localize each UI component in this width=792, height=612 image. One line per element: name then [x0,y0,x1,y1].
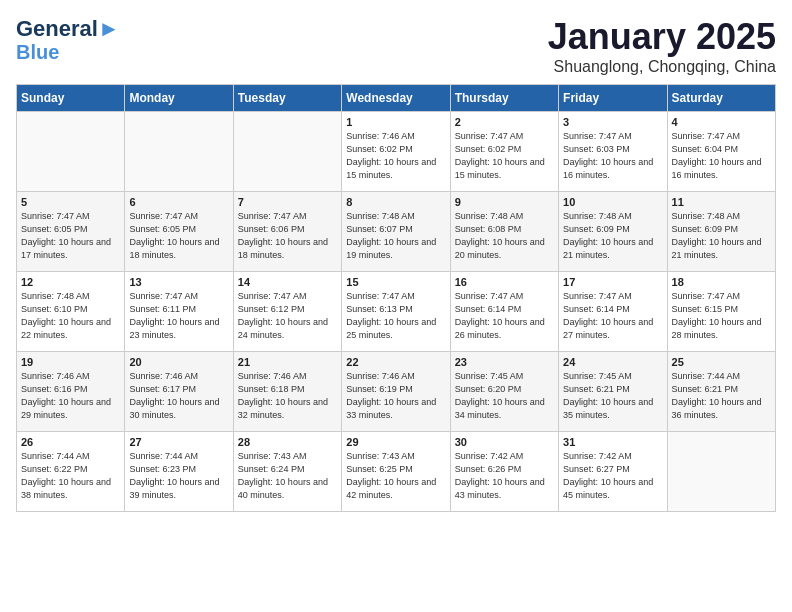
calendar-table: SundayMondayTuesdayWednesdayThursdayFrid… [16,84,776,512]
day-number: 26 [21,436,120,448]
day-info: Sunrise: 7:48 AM Sunset: 6:10 PM Dayligh… [21,290,120,342]
logo-blue: Blue [16,42,59,62]
weekday-friday: Friday [559,85,667,112]
week-row-4: 19Sunrise: 7:46 AM Sunset: 6:16 PM Dayli… [17,352,776,432]
calendar-cell: 11Sunrise: 7:48 AM Sunset: 6:09 PM Dayli… [667,192,775,272]
weekday-wednesday: Wednesday [342,85,450,112]
calendar-cell [667,432,775,512]
calendar-cell: 21Sunrise: 7:46 AM Sunset: 6:18 PM Dayli… [233,352,341,432]
weekday-monday: Monday [125,85,233,112]
day-number: 24 [563,356,662,368]
day-number: 21 [238,356,337,368]
calendar-cell: 18Sunrise: 7:47 AM Sunset: 6:15 PM Dayli… [667,272,775,352]
calendar-cell: 30Sunrise: 7:42 AM Sunset: 6:26 PM Dayli… [450,432,558,512]
calendar-cell: 26Sunrise: 7:44 AM Sunset: 6:22 PM Dayli… [17,432,125,512]
day-number: 25 [672,356,771,368]
weekday-saturday: Saturday [667,85,775,112]
day-info: Sunrise: 7:45 AM Sunset: 6:21 PM Dayligh… [563,370,662,422]
calendar-cell: 28Sunrise: 7:43 AM Sunset: 6:24 PM Dayli… [233,432,341,512]
calendar-cell: 12Sunrise: 7:48 AM Sunset: 6:10 PM Dayli… [17,272,125,352]
day-number: 10 [563,196,662,208]
day-info: Sunrise: 7:46 AM Sunset: 6:18 PM Dayligh… [238,370,337,422]
calendar-cell: 25Sunrise: 7:44 AM Sunset: 6:21 PM Dayli… [667,352,775,432]
week-row-1: 1Sunrise: 7:46 AM Sunset: 6:02 PM Daylig… [17,112,776,192]
calendar-cell: 8Sunrise: 7:48 AM Sunset: 6:07 PM Daylig… [342,192,450,272]
calendar-subtitle: Shuanglong, Chongqing, China [548,58,776,76]
day-info: Sunrise: 7:45 AM Sunset: 6:20 PM Dayligh… [455,370,554,422]
day-number: 22 [346,356,445,368]
day-number: 15 [346,276,445,288]
day-number: 27 [129,436,228,448]
day-info: Sunrise: 7:46 AM Sunset: 6:19 PM Dayligh… [346,370,445,422]
calendar-cell: 1Sunrise: 7:46 AM Sunset: 6:02 PM Daylig… [342,112,450,192]
title-block: January 2025 Shuanglong, Chongqing, Chin… [548,16,776,76]
day-number: 14 [238,276,337,288]
calendar-cell: 22Sunrise: 7:46 AM Sunset: 6:19 PM Dayli… [342,352,450,432]
day-info: Sunrise: 7:48 AM Sunset: 6:07 PM Dayligh… [346,210,445,262]
weekday-header-row: SundayMondayTuesdayWednesdayThursdayFrid… [17,85,776,112]
calendar-cell: 5Sunrise: 7:47 AM Sunset: 6:05 PM Daylig… [17,192,125,272]
calendar-cell: 23Sunrise: 7:45 AM Sunset: 6:20 PM Dayli… [450,352,558,432]
day-info: Sunrise: 7:46 AM Sunset: 6:17 PM Dayligh… [129,370,228,422]
day-info: Sunrise: 7:47 AM Sunset: 6:14 PM Dayligh… [563,290,662,342]
weekday-tuesday: Tuesday [233,85,341,112]
week-row-5: 26Sunrise: 7:44 AM Sunset: 6:22 PM Dayli… [17,432,776,512]
page-header: General► Blue January 2025 Shuanglong, C… [16,16,776,76]
weekday-sunday: Sunday [17,85,125,112]
day-info: Sunrise: 7:47 AM Sunset: 6:06 PM Dayligh… [238,210,337,262]
day-number: 18 [672,276,771,288]
day-info: Sunrise: 7:48 AM Sunset: 6:09 PM Dayligh… [672,210,771,262]
logo-text: General► [16,16,120,42]
day-number: 2 [455,116,554,128]
day-number: 31 [563,436,662,448]
day-number: 11 [672,196,771,208]
day-info: Sunrise: 7:47 AM Sunset: 6:15 PM Dayligh… [672,290,771,342]
day-number: 23 [455,356,554,368]
week-row-2: 5Sunrise: 7:47 AM Sunset: 6:05 PM Daylig… [17,192,776,272]
day-info: Sunrise: 7:47 AM Sunset: 6:02 PM Dayligh… [455,130,554,182]
calendar-cell: 3Sunrise: 7:47 AM Sunset: 6:03 PM Daylig… [559,112,667,192]
calendar-cell: 16Sunrise: 7:47 AM Sunset: 6:14 PM Dayli… [450,272,558,352]
day-number: 13 [129,276,228,288]
day-info: Sunrise: 7:47 AM Sunset: 6:03 PM Dayligh… [563,130,662,182]
day-number: 6 [129,196,228,208]
day-info: Sunrise: 7:47 AM Sunset: 6:13 PM Dayligh… [346,290,445,342]
calendar-cell: 24Sunrise: 7:45 AM Sunset: 6:21 PM Dayli… [559,352,667,432]
calendar-cell: 14Sunrise: 7:47 AM Sunset: 6:12 PM Dayli… [233,272,341,352]
day-info: Sunrise: 7:48 AM Sunset: 6:09 PM Dayligh… [563,210,662,262]
day-info: Sunrise: 7:47 AM Sunset: 6:12 PM Dayligh… [238,290,337,342]
calendar-cell: 29Sunrise: 7:43 AM Sunset: 6:25 PM Dayli… [342,432,450,512]
calendar-cell: 4Sunrise: 7:47 AM Sunset: 6:04 PM Daylig… [667,112,775,192]
calendar-title: January 2025 [548,16,776,58]
day-number: 12 [21,276,120,288]
day-number: 4 [672,116,771,128]
day-number: 1 [346,116,445,128]
day-info: Sunrise: 7:44 AM Sunset: 6:21 PM Dayligh… [672,370,771,422]
weekday-thursday: Thursday [450,85,558,112]
day-number: 9 [455,196,554,208]
day-info: Sunrise: 7:46 AM Sunset: 6:16 PM Dayligh… [21,370,120,422]
day-number: 16 [455,276,554,288]
calendar-cell [125,112,233,192]
calendar-cell: 6Sunrise: 7:47 AM Sunset: 6:05 PM Daylig… [125,192,233,272]
calendar-cell: 17Sunrise: 7:47 AM Sunset: 6:14 PM Dayli… [559,272,667,352]
day-number: 19 [21,356,120,368]
logo: General► Blue [16,16,120,62]
calendar-cell: 9Sunrise: 7:48 AM Sunset: 6:08 PM Daylig… [450,192,558,272]
day-number: 20 [129,356,228,368]
calendar-cell: 2Sunrise: 7:47 AM Sunset: 6:02 PM Daylig… [450,112,558,192]
calendar-cell: 7Sunrise: 7:47 AM Sunset: 6:06 PM Daylig… [233,192,341,272]
day-info: Sunrise: 7:48 AM Sunset: 6:08 PM Dayligh… [455,210,554,262]
calendar-cell: 27Sunrise: 7:44 AM Sunset: 6:23 PM Dayli… [125,432,233,512]
day-info: Sunrise: 7:47 AM Sunset: 6:05 PM Dayligh… [21,210,120,262]
calendar-body: 1Sunrise: 7:46 AM Sunset: 6:02 PM Daylig… [17,112,776,512]
calendar-cell: 10Sunrise: 7:48 AM Sunset: 6:09 PM Dayli… [559,192,667,272]
week-row-3: 12Sunrise: 7:48 AM Sunset: 6:10 PM Dayli… [17,272,776,352]
day-info: Sunrise: 7:47 AM Sunset: 6:14 PM Dayligh… [455,290,554,342]
day-info: Sunrise: 7:43 AM Sunset: 6:25 PM Dayligh… [346,450,445,502]
day-info: Sunrise: 7:47 AM Sunset: 6:04 PM Dayligh… [672,130,771,182]
day-info: Sunrise: 7:42 AM Sunset: 6:26 PM Dayligh… [455,450,554,502]
day-number: 30 [455,436,554,448]
day-info: Sunrise: 7:44 AM Sunset: 6:22 PM Dayligh… [21,450,120,502]
calendar-cell: 13Sunrise: 7:47 AM Sunset: 6:11 PM Dayli… [125,272,233,352]
